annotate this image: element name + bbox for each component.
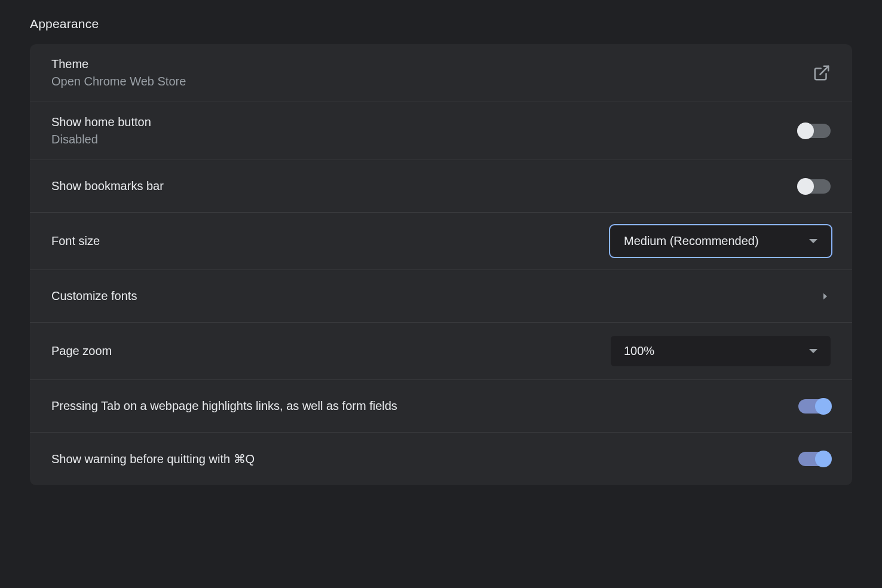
theme-sublabel: Open Chrome Web Store [51, 75, 186, 88]
open-external-icon[interactable] [813, 64, 831, 82]
home-button-row: Show home button Disabled [30, 102, 852, 160]
tab-highlight-label: Pressing Tab on a webpage highlights lin… [51, 399, 397, 413]
tab-highlight-row: Pressing Tab on a webpage highlights lin… [30, 380, 852, 433]
theme-row[interactable]: Theme Open Chrome Web Store [30, 44, 852, 102]
font-size-label: Font size [51, 234, 100, 248]
home-button-label: Show home button [51, 115, 151, 129]
home-button-toggle[interactable] [798, 124, 831, 138]
page-zoom-value: 100% [624, 344, 654, 358]
bookmarks-bar-row: Show bookmarks bar [30, 160, 852, 213]
bookmarks-bar-toggle[interactable] [798, 179, 831, 194]
page-zoom-text: Page zoom [51, 344, 112, 358]
bookmarks-bar-text: Show bookmarks bar [51, 179, 164, 193]
toggle-knob [815, 398, 832, 415]
toggle-knob [797, 122, 814, 139]
font-size-row: Font size Medium (Recommended) [30, 213, 852, 270]
section-title: Appearance [30, 17, 852, 31]
quit-warning-row: Show warning before quitting with ⌘Q [30, 433, 852, 485]
customize-fonts-label: Customize fonts [51, 289, 137, 303]
home-button-text: Show home button Disabled [51, 115, 151, 146]
svg-line-0 [820, 66, 829, 75]
quit-warning-text: Show warning before quitting with ⌘Q [51, 452, 255, 466]
font-size-select[interactable]: Medium (Recommended) [611, 226, 831, 256]
quit-warning-toggle[interactable] [798, 452, 831, 466]
dropdown-triangle-icon [809, 349, 817, 353]
page-zoom-label: Page zoom [51, 344, 112, 358]
bookmarks-bar-label: Show bookmarks bar [51, 179, 164, 193]
customize-fonts-row[interactable]: Customize fonts [30, 270, 852, 323]
home-button-sublabel: Disabled [51, 133, 151, 146]
dropdown-triangle-icon [809, 239, 817, 243]
page-zoom-row: Page zoom 100% [30, 323, 852, 380]
quit-warning-label: Show warning before quitting with ⌘Q [51, 452, 255, 466]
appearance-settings-card: Theme Open Chrome Web Store Show home bu… [30, 44, 852, 485]
theme-label: Theme [51, 57, 186, 71]
font-size-text: Font size [51, 234, 100, 248]
chevron-right-icon [820, 291, 831, 302]
tab-highlight-toggle[interactable] [798, 399, 831, 414]
customize-fonts-text: Customize fonts [51, 289, 137, 303]
tab-highlight-text: Pressing Tab on a webpage highlights lin… [51, 399, 397, 413]
font-size-value: Medium (Recommended) [624, 234, 759, 248]
toggle-knob [815, 451, 832, 467]
page-zoom-select[interactable]: 100% [611, 336, 831, 366]
theme-text: Theme Open Chrome Web Store [51, 57, 186, 88]
toggle-knob [797, 178, 814, 195]
